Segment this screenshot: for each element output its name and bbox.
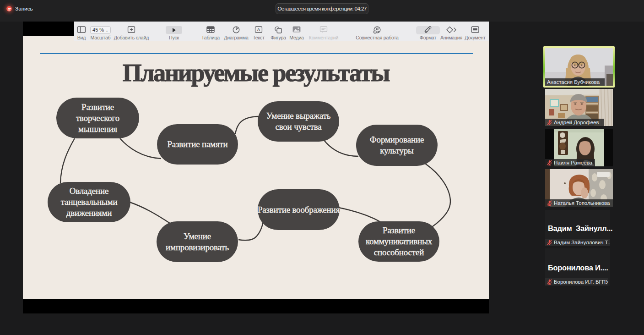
svg-text:A: A — [257, 27, 260, 32]
